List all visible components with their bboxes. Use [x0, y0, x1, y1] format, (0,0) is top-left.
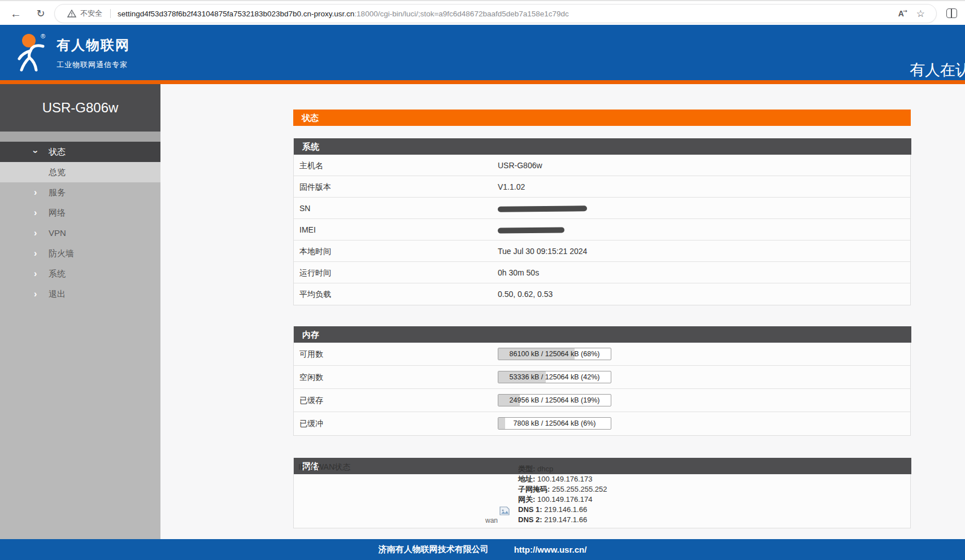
- chevron-down-icon: ›: [25, 150, 46, 153]
- not-secure-warning-icon: [67, 10, 76, 18]
- chevron-right-icon: ›: [34, 284, 37, 304]
- sidebar-item-vpn[interactable]: › VPN: [0, 223, 160, 243]
- divider: [110, 9, 111, 18]
- address-bar[interactable]: 不安全 settingd4f53d378f6b2f43104875fa75321…: [54, 4, 937, 23]
- wan-dns1: DNS 1: 219.146.1.66: [518, 505, 607, 515]
- browser-toolbar: ← ↻ 不安全 settingd4f53d378f6b2f43104875fa7…: [0, 0, 965, 25]
- usr-logo: ®: [14, 32, 53, 73]
- wan-details: 类型: dhcp 地址: 100.149.176.173 子网掩码: 255.2…: [518, 464, 607, 525]
- memory-progress-bar: 7808 kB / 125064 kB (6%): [498, 417, 611, 430]
- brand-name: 有人物联网: [56, 36, 130, 54]
- table-row-sn: SN: [294, 198, 910, 219]
- table-row-loadavg: 平均负载 0.50, 0.62, 0.53: [294, 283, 910, 305]
- chevron-right-icon: ›: [34, 243, 37, 264]
- chevron-right-icon: ›: [34, 223, 37, 243]
- header-slogan: 有人在认: [910, 60, 965, 80]
- url-host: settingd4f53d378f6b2f43104875fa7532183b0…: [118, 10, 354, 18]
- broken-image-icon: [499, 506, 510, 515]
- wan-interface-label: wan: [485, 517, 498, 524]
- table-row-hostname: 主机名 USR-G806w: [294, 155, 910, 176]
- page-footer: 济南有人物联网技术有限公司 http://www.usr.cn/: [0, 539, 965, 560]
- table-row-mem-available: 可用数 86100 kB / 125064 kB (68%): [294, 343, 910, 366]
- reload-button[interactable]: ↻: [32, 1, 50, 26]
- wan-dns2: DNS 2: 219.147.1.66: [518, 515, 607, 525]
- page-title: 状态: [293, 110, 911, 126]
- wan-status-label: IPv4 WAN状态: [298, 462, 350, 473]
- back-button[interactable]: ←: [7, 1, 25, 26]
- table-row-imei: IMEI: [294, 219, 910, 240]
- chevron-right-icon: ›: [34, 264, 37, 284]
- wan-gateway: 网关: 100.149.176.174: [518, 495, 607, 505]
- company-website-link[interactable]: http://www.usr.cn/: [514, 545, 587, 554]
- app-header: ® 有人物联网 工业物联网通信专家 有人在认 自动刷新 开: [0, 25, 965, 80]
- main-content: 状态 系统 主机名 USR-G806w 固件版本 V1.1.02 SN IMEI…: [160, 84, 965, 539]
- table-row-mem-free: 空闲数 53336 kB / 125064 kB (42%): [294, 366, 910, 389]
- sidebar-item-overview[interactable]: 总览: [0, 162, 160, 182]
- table-row-mem-buffered: 已缓冲 7808 kB / 125064 kB (6%): [294, 412, 910, 435]
- memory-section: 内存 可用数 86100 kB / 125064 kB (68%) 空闲数 53…: [293, 326, 911, 436]
- memory-progress-bar: 24956 kB / 125064 kB (19%): [498, 394, 611, 406]
- sn-redaction-scribble: [498, 205, 587, 212]
- sidebar-item-system[interactable]: › 系统: [0, 264, 160, 284]
- company-name: 济南有人物联网技术有限公司: [379, 544, 489, 555]
- sidebar-item-network[interactable]: › 网络: [0, 203, 160, 223]
- table-row-uptime: 运行时间 0h 30m 50s: [294, 262, 910, 283]
- chevron-right-icon: ›: [34, 182, 37, 203]
- sidebar-nav: › 状态 总览 › 服务 › 网络 › VPN › 防火墙 › 系统 › 退出: [0, 142, 160, 539]
- sidebar-item-status[interactable]: › 状态: [0, 142, 160, 162]
- wan-type: 类型: dhcp: [518, 464, 607, 474]
- read-aloud-icon[interactable]: A⤑: [898, 9, 904, 18]
- memory-progress-bar: 53336 kB / 125064 kB (42%): [498, 371, 611, 383]
- chevron-right-icon: ›: [34, 203, 37, 223]
- url-path: :18000/cgi-bin/luci/;stok=a9fc6d48672baa…: [354, 10, 568, 18]
- accent-strip: [0, 80, 965, 84]
- sidebar-item-firewall[interactable]: › 防火墙: [0, 243, 160, 264]
- favorite-star-icon[interactable]: ☆: [916, 8, 925, 20]
- svg-text:®: ®: [41, 33, 45, 40]
- sidebar-item-logout[interactable]: › 退出: [0, 284, 160, 304]
- memory-progress-bar: 86100 kB / 125064 kB (68%): [498, 348, 611, 360]
- system-section-header: 系统: [294, 138, 911, 155]
- sidebar-divider: [0, 132, 160, 142]
- table-row-mem-cached: 已缓存 24956 kB / 125064 kB (19%): [294, 389, 910, 412]
- sidebar-item-services[interactable]: › 服务: [0, 182, 160, 203]
- system-section: 系统 主机名 USR-G806w 固件版本 V1.1.02 SN IMEI 本地…: [293, 138, 911, 305]
- network-section: 网络 IPv4 WAN状态 wan 类型: dhcp 地址: 100.149.1…: [293, 458, 911, 528]
- url-text[interactable]: settingd4f53d378f6b2f43104875fa7532183b0…: [118, 10, 898, 18]
- memory-section-header: 内存: [294, 326, 911, 343]
- imei-redaction-scribble: [498, 227, 564, 233]
- split-screen-icon[interactable]: [946, 8, 957, 18]
- wan-netmask: 子网掩码: 255.255.255.252: [518, 484, 607, 495]
- wan-address: 地址: 100.149.176.173: [518, 474, 607, 484]
- device-model-title: USR-G806w: [0, 84, 160, 132]
- table-row-firmware: 固件版本 V1.1.02: [294, 176, 910, 198]
- brand-tagline: 工业物联网通信专家: [56, 60, 130, 70]
- not-secure-label: 不安全: [80, 8, 102, 19]
- table-row-localtime: 本地时间 Tue Jul 30 09:15:21 2024: [294, 240, 910, 262]
